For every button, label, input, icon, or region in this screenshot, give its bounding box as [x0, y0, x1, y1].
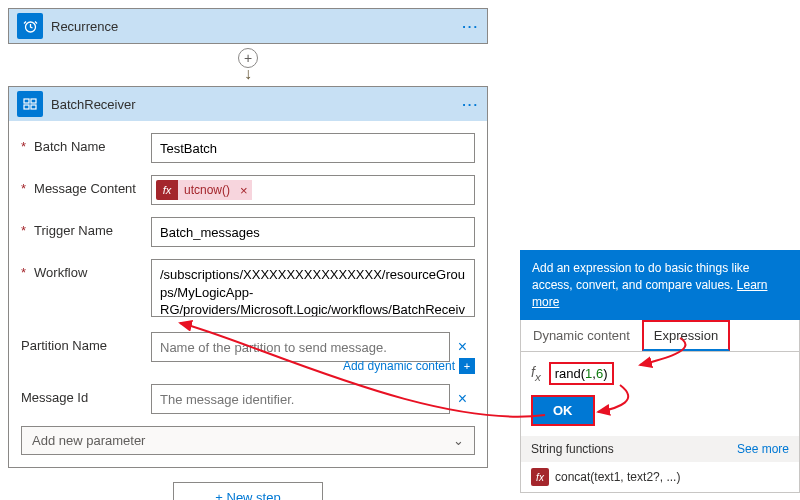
input-message-id[interactable]	[151, 384, 450, 414]
clock-icon	[17, 13, 43, 39]
svg-rect-1	[24, 99, 29, 103]
clear-message-id-button[interactable]: ×	[450, 390, 475, 408]
fx-icon: fx	[531, 468, 549, 486]
label-message-id: Message Id	[21, 384, 151, 405]
expression-picker-panel: Add an expression to do basic things lik…	[520, 250, 800, 493]
add-parameter-dropdown[interactable]: Add new parameter ⌄	[21, 426, 475, 455]
chevron-down-icon: ⌄	[453, 433, 464, 448]
input-message-content[interactable]: fx utcnow() ×	[151, 175, 475, 205]
recurrence-title: Recurrence	[51, 19, 462, 34]
tab-expression[interactable]: Expression	[642, 320, 730, 351]
svg-rect-2	[24, 105, 29, 109]
batch-menu-button[interactable]: ···	[462, 97, 479, 112]
batch-header[interactable]: BatchReceiver ···	[9, 87, 487, 121]
fx-icon: fx	[156, 180, 178, 200]
label-message-content: Message Content	[21, 175, 151, 196]
batch-card: BatchReceiver ··· Batch Name Message Con…	[8, 86, 488, 468]
arrow-down-icon: ↓	[244, 66, 252, 82]
recurrence-header[interactable]: Recurrence ···	[9, 9, 487, 43]
svg-rect-4	[31, 105, 36, 109]
tip-bar: Add an expression to do basic things lik…	[520, 250, 800, 320]
recurrence-card: Recurrence ···	[8, 8, 488, 44]
svg-rect-3	[31, 99, 36, 103]
see-more-link[interactable]: See more	[737, 442, 789, 456]
tab-dynamic-content[interactable]: Dynamic content	[521, 320, 642, 351]
label-partition-name: Partition Name	[21, 332, 151, 353]
batch-icon	[17, 91, 43, 117]
recurrence-menu-button[interactable]: ···	[462, 19, 479, 34]
fx-label-icon: fx	[531, 364, 541, 383]
plus-icon: +	[459, 358, 475, 374]
new-step-button[interactable]: + New step	[173, 482, 323, 500]
label-trigger-name: Trigger Name	[21, 217, 151, 238]
input-trigger-name[interactable]	[151, 217, 475, 247]
batch-title: BatchReceiver	[51, 97, 462, 112]
connector: + ↓	[8, 48, 488, 82]
token-remove-button[interactable]: ×	[236, 180, 252, 200]
input-partition-name[interactable]	[151, 332, 450, 362]
input-batch-name[interactable]	[151, 133, 475, 163]
label-batch-name: Batch Name	[21, 133, 151, 154]
expression-input[interactable]: rand(1,6)	[549, 362, 614, 385]
section-string-functions: String functions See more	[521, 436, 799, 462]
function-concat[interactable]: fx concat(text1, text2?, ...)	[521, 462, 799, 492]
token-utcnow: utcnow()	[178, 180, 236, 200]
ok-button[interactable]: OK	[531, 395, 595, 426]
clear-partition-button[interactable]: ×	[450, 338, 475, 356]
input-workflow[interactable]: /subscriptions/XXXXXXXXXXXXXXXX/resource…	[151, 259, 475, 317]
label-workflow: Workflow	[21, 259, 151, 280]
